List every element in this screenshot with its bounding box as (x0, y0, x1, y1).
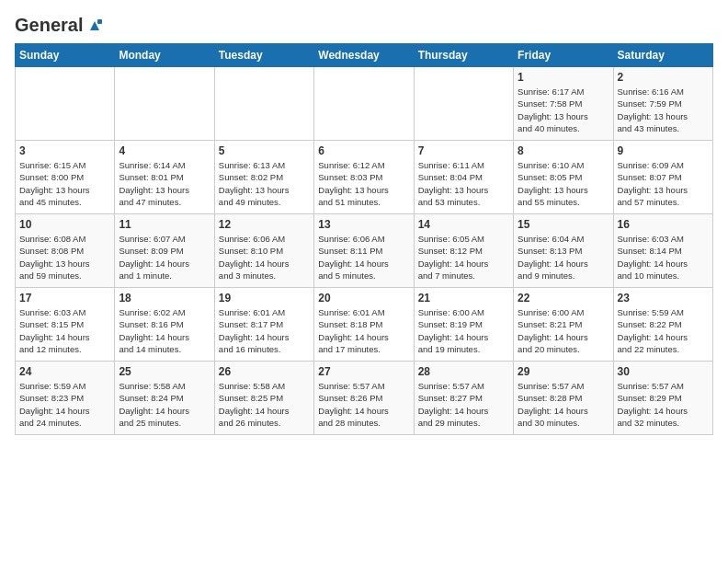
day-number: 25 (119, 365, 210, 378)
calendar-cell: 28Sunrise: 5:57 AM Sunset: 8:27 PM Dayli… (414, 362, 513, 435)
day-info: Sunrise: 6:00 AM Sunset: 8:21 PM Dayligh… (518, 306, 609, 355)
calendar-cell: 1Sunrise: 6:17 AM Sunset: 7:58 PM Daylig… (514, 67, 613, 141)
calendar-week-row: 3Sunrise: 6:15 AM Sunset: 8:00 PM Daylig… (16, 141, 713, 214)
weekday-header-monday: Monday (115, 44, 214, 67)
calendar-cell: 25Sunrise: 5:58 AM Sunset: 8:24 PM Dayli… (115, 362, 214, 435)
calendar-cell: 3Sunrise: 6:15 AM Sunset: 8:00 PM Daylig… (16, 141, 115, 214)
calendar-cell: 2Sunrise: 6:16 AM Sunset: 7:59 PM Daylig… (613, 67, 712, 141)
calendar-cell (16, 67, 115, 141)
day-number: 16 (618, 218, 709, 231)
calendar-cell: 20Sunrise: 6:01 AM Sunset: 8:18 PM Dayli… (314, 288, 414, 362)
calendar-cell: 6Sunrise: 6:12 AM Sunset: 8:03 PM Daylig… (314, 141, 414, 214)
day-number: 9 (618, 144, 709, 157)
day-number: 6 (318, 144, 409, 157)
day-number: 23 (618, 292, 709, 304)
day-number: 7 (418, 144, 509, 157)
calendar-week-row: 17Sunrise: 6:03 AM Sunset: 8:15 PM Dayli… (16, 288, 713, 362)
calendar-cell: 4Sunrise: 6:14 AM Sunset: 8:01 PM Daylig… (115, 141, 214, 214)
day-number: 2 (618, 71, 709, 84)
calendar-cell: 18Sunrise: 6:02 AM Sunset: 8:16 PM Dayli… (115, 288, 214, 362)
day-number: 21 (418, 292, 509, 304)
day-number: 28 (418, 365, 509, 378)
logo: General (15, 15, 103, 32)
day-number: 13 (318, 218, 409, 231)
calendar-cell: 30Sunrise: 5:57 AM Sunset: 8:29 PM Dayli… (613, 362, 712, 435)
day-number: 26 (219, 365, 310, 378)
day-number: 29 (518, 365, 609, 378)
day-number: 19 (219, 292, 310, 304)
weekday-header-friday: Friday (514, 44, 613, 67)
day-info: Sunrise: 6:13 AM Sunset: 8:02 PM Dayligh… (219, 159, 310, 208)
calendar-week-row: 1Sunrise: 6:17 AM Sunset: 7:58 PM Daylig… (16, 67, 713, 141)
day-info: Sunrise: 6:03 AM Sunset: 8:14 PM Dayligh… (618, 233, 709, 282)
calendar-cell: 23Sunrise: 5:59 AM Sunset: 8:22 PM Dayli… (613, 288, 712, 362)
weekday-header-sunday: Sunday (16, 44, 115, 67)
day-info: Sunrise: 6:00 AM Sunset: 8:19 PM Dayligh… (418, 306, 509, 355)
day-info: Sunrise: 5:57 AM Sunset: 8:28 PM Dayligh… (518, 380, 609, 429)
calendar-cell: 8Sunrise: 6:10 AM Sunset: 8:05 PM Daylig… (514, 141, 613, 214)
day-info: Sunrise: 5:58 AM Sunset: 8:25 PM Dayligh… (219, 380, 310, 429)
day-number: 17 (19, 292, 110, 304)
day-info: Sunrise: 6:06 AM Sunset: 8:11 PM Dayligh… (318, 233, 409, 282)
day-info: Sunrise: 6:15 AM Sunset: 8:00 PM Dayligh… (19, 159, 110, 208)
calendar-cell: 9Sunrise: 6:09 AM Sunset: 8:07 PM Daylig… (613, 141, 712, 214)
calendar-table: SundayMondayTuesdayWednesdayThursdayFrid… (15, 43, 713, 435)
day-number: 14 (418, 218, 509, 231)
day-number: 11 (119, 218, 210, 231)
day-info: Sunrise: 5:58 AM Sunset: 8:24 PM Dayligh… (119, 380, 210, 429)
day-number: 8 (518, 144, 609, 157)
calendar-week-row: 24Sunrise: 5:59 AM Sunset: 8:23 PM Dayli… (16, 362, 713, 435)
day-info: Sunrise: 6:14 AM Sunset: 8:01 PM Dayligh… (119, 159, 210, 208)
logo-general: General (15, 15, 83, 36)
day-number: 3 (19, 144, 110, 157)
day-info: Sunrise: 6:16 AM Sunset: 7:59 PM Dayligh… (618, 86, 709, 134)
weekday-header-row: SundayMondayTuesdayWednesdayThursdayFrid… (16, 44, 713, 67)
day-info: Sunrise: 6:07 AM Sunset: 8:09 PM Dayligh… (119, 233, 210, 282)
day-info: Sunrise: 6:06 AM Sunset: 8:10 PM Dayligh… (219, 233, 310, 282)
day-number: 12 (219, 218, 310, 231)
calendar-cell: 7Sunrise: 6:11 AM Sunset: 8:04 PM Daylig… (414, 141, 513, 214)
day-info: Sunrise: 5:57 AM Sunset: 8:27 PM Dayligh… (418, 380, 509, 429)
calendar-week-row: 10Sunrise: 6:08 AM Sunset: 8:08 PM Dayli… (16, 214, 713, 288)
calendar-cell: 5Sunrise: 6:13 AM Sunset: 8:02 PM Daylig… (214, 141, 313, 214)
day-info: Sunrise: 6:05 AM Sunset: 8:12 PM Dayligh… (418, 233, 509, 282)
day-number: 30 (618, 365, 709, 378)
day-info: Sunrise: 6:02 AM Sunset: 8:16 PM Dayligh… (119, 306, 210, 355)
calendar-cell: 12Sunrise: 6:06 AM Sunset: 8:10 PM Dayli… (214, 214, 313, 288)
calendar-cell: 29Sunrise: 5:57 AM Sunset: 8:28 PM Dayli… (514, 362, 613, 435)
day-number: 24 (19, 365, 110, 378)
day-info: Sunrise: 6:11 AM Sunset: 8:04 PM Dayligh… (418, 159, 509, 208)
calendar-cell (314, 67, 414, 141)
calendar-cell: 26Sunrise: 5:58 AM Sunset: 8:25 PM Dayli… (214, 362, 313, 435)
day-number: 10 (19, 218, 110, 231)
day-number: 18 (119, 292, 210, 304)
svg-rect-1 (97, 19, 102, 24)
logo-icon (86, 17, 103, 34)
day-info: Sunrise: 6:01 AM Sunset: 8:18 PM Dayligh… (318, 306, 409, 355)
day-number: 5 (219, 144, 310, 157)
day-number: 1 (518, 71, 609, 84)
calendar-cell: 16Sunrise: 6:03 AM Sunset: 8:14 PM Dayli… (613, 214, 712, 288)
day-info: Sunrise: 6:04 AM Sunset: 8:13 PM Dayligh… (518, 233, 609, 282)
calendar-cell (115, 67, 214, 141)
weekday-header-tuesday: Tuesday (214, 44, 313, 67)
calendar-cell: 27Sunrise: 5:57 AM Sunset: 8:26 PM Dayli… (314, 362, 414, 435)
calendar-cell: 13Sunrise: 6:06 AM Sunset: 8:11 PM Dayli… (314, 214, 414, 288)
weekday-header-thursday: Thursday (414, 44, 513, 67)
calendar-cell: 11Sunrise: 6:07 AM Sunset: 8:09 PM Dayli… (115, 214, 214, 288)
calendar-cell (214, 67, 313, 141)
calendar-cell (414, 67, 513, 141)
day-info: Sunrise: 5:57 AM Sunset: 8:29 PM Dayligh… (618, 380, 709, 429)
day-info: Sunrise: 6:03 AM Sunset: 8:15 PM Dayligh… (19, 306, 110, 355)
day-info: Sunrise: 6:17 AM Sunset: 7:58 PM Dayligh… (518, 86, 609, 134)
calendar-cell: 14Sunrise: 6:05 AM Sunset: 8:12 PM Dayli… (414, 214, 513, 288)
day-number: 27 (318, 365, 409, 378)
day-info: Sunrise: 5:57 AM Sunset: 8:26 PM Dayligh… (318, 380, 409, 429)
day-info: Sunrise: 6:12 AM Sunset: 8:03 PM Dayligh… (318, 159, 409, 208)
weekday-header-saturday: Saturday (613, 44, 712, 67)
day-info: Sunrise: 6:09 AM Sunset: 8:07 PM Dayligh… (618, 159, 709, 208)
day-info: Sunrise: 5:59 AM Sunset: 8:22 PM Dayligh… (618, 306, 709, 355)
day-number: 4 (119, 144, 210, 157)
calendar-cell: 17Sunrise: 6:03 AM Sunset: 8:15 PM Dayli… (16, 288, 115, 362)
day-number: 22 (518, 292, 609, 304)
